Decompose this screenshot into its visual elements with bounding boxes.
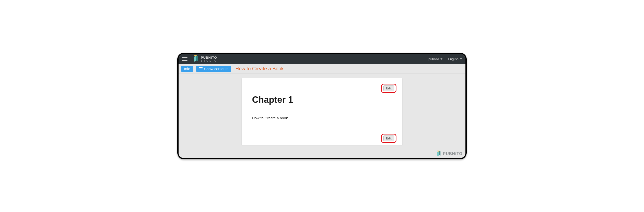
editor-canvas: Edit Chapter 1 How to Create a book Edit… — [178, 74, 466, 158]
edit-button-top-label: Edit — [386, 86, 392, 90]
menu-icon[interactable] — [182, 56, 188, 62]
book-icon — [194, 56, 199, 62]
edit-highlight-bottom: Edit — [381, 134, 396, 143]
watermark: PUBNiTO — [436, 151, 462, 156]
brand-subtitle: STUDIO — [201, 60, 218, 62]
book-icon — [436, 151, 441, 156]
edit-button-bottom-label: Edit — [386, 136, 392, 140]
caret-down-icon — [440, 59, 442, 60]
show-contents-label: Show contents — [204, 67, 228, 71]
caret-down-icon — [460, 59, 462, 60]
brand-text: PUBNiTO STUDIO — [201, 56, 218, 62]
info-button[interactable]: Info — [181, 66, 193, 72]
list-icon — [199, 67, 202, 70]
chapter-body-text: How to Create a book — [252, 116, 392, 120]
app-window: PUBNiTO STUDIO pubnito English Info Show… — [177, 53, 467, 159]
user-menu-label: pubnito — [428, 57, 439, 61]
brand-name: PUBNiTO — [201, 56, 218, 59]
user-menu[interactable]: pubnito — [428, 57, 443, 61]
chapter-page: Edit Chapter 1 How to Create a book Edit — [242, 78, 402, 145]
info-button-label: Info — [184, 67, 190, 71]
brand-logo[interactable]: PUBNiTO STUDIO — [194, 56, 218, 62]
edit-button-bottom[interactable]: Edit — [383, 135, 394, 141]
edit-button-top[interactable]: Edit — [383, 85, 394, 91]
edit-highlight-top: Edit — [381, 84, 396, 93]
language-menu-label: English — [448, 57, 458, 61]
language-menu[interactable]: English — [448, 57, 462, 61]
chapter-heading: Chapter 1 — [252, 95, 392, 105]
watermark-text: PUBNiTO — [443, 152, 462, 156]
show-contents-button[interactable]: Show contents — [196, 66, 231, 72]
top-header: PUBNiTO STUDIO pubnito English — [178, 54, 466, 64]
book-toolbar: Info Show contents How to Create a Book — [178, 64, 466, 74]
book-title: How to Create a Book — [235, 66, 284, 72]
